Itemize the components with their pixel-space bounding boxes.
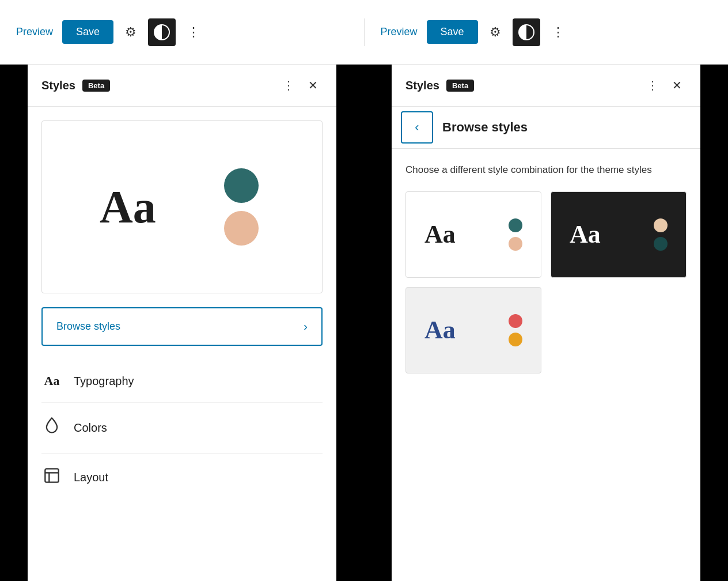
card-circle-red [509, 314, 522, 328]
chevron-left-icon: ‹ [415, 120, 419, 135]
style-card-light[interactable]: Aa [405, 191, 541, 278]
card-circle-teal-2 [654, 237, 668, 251]
more-button-left[interactable]: ⋮ [183, 20, 204, 44]
contrast-button-right[interactable] [513, 18, 540, 46]
right-toolbar-section: Preview Save ⚙ ⋮ [364, 18, 729, 46]
left-beta-badge: Beta [82, 80, 110, 92]
layout-item[interactable]: Layout [41, 454, 323, 501]
style-preview-card: Aa [41, 120, 323, 293]
preview-button-right[interactable]: Preview [378, 21, 420, 43]
card-aa-colorful: Aa [424, 315, 456, 345]
typography-icon: Aa [41, 373, 62, 388]
save-button-right[interactable]: Save [427, 20, 478, 44]
svg-rect-0 [45, 469, 58, 482]
left-panel-actions: ⋮ ✕ [278, 76, 323, 95]
card-circle-teal-1 [509, 218, 522, 232]
preview-aa-text: Aa [100, 181, 156, 233]
left-panel: Styles Beta ⋮ ✕ Aa Browse styles › Aa Ty… [28, 65, 336, 581]
gear-button-right[interactable]: ⚙ [485, 20, 506, 44]
browse-styles-label: Browse styles [56, 320, 120, 333]
save-button-left[interactable]: Save [62, 20, 113, 44]
layout-label: Layout [74, 471, 108, 484]
layout-icon [41, 467, 62, 488]
contrast-icon-right [518, 24, 534, 40]
browse-header-title: Browse styles [442, 120, 528, 135]
right-panel: Styles Beta ⋮ ✕ ‹ Browse styles Choose a… [392, 65, 700, 581]
right-panel-header: Styles Beta ⋮ ✕ [392, 65, 700, 107]
typography-item[interactable]: Aa Typography [41, 360, 323, 403]
typography-label: Typography [74, 375, 134, 388]
card-circles-colorful [509, 314, 522, 346]
main-toolbar: Preview Save ⚙ ⋮ Preview Save ⚙ ⋮ [0, 0, 728, 65]
right-beta-badge: Beta [446, 80, 474, 92]
card-circle-peach-1 [509, 237, 522, 251]
left-panel-more-button[interactable]: ⋮ [278, 76, 299, 95]
browse-header-row: ‹ Browse styles [392, 107, 700, 149]
browse-description: Choose a different style combination for… [392, 149, 700, 178]
black-strip-center [336, 65, 392, 581]
card-circle-peach-2 [654, 218, 668, 232]
style-card-colorful[interactable]: Aa [405, 287, 541, 373]
black-strip-right [700, 65, 728, 581]
gear-button-left[interactable]: ⚙ [120, 20, 141, 44]
circle-teal [224, 168, 259, 203]
back-button[interactable]: ‹ [401, 111, 433, 144]
contrast-button-left[interactable] [148, 18, 176, 46]
colors-label: Colors [74, 421, 107, 435]
card-circles-dark [654, 218, 668, 251]
preview-circles [224, 168, 259, 246]
style-items-list: Aa Typography Colors [28, 360, 336, 501]
black-strip-left [0, 65, 28, 581]
main-content: Styles Beta ⋮ ✕ Aa Browse styles › Aa Ty… [0, 65, 728, 581]
right-panel-more-button[interactable]: ⋮ [642, 76, 663, 95]
right-panel-close-button[interactable]: ✕ [668, 76, 687, 95]
right-panel-content: ‹ Browse styles Choose a different style… [392, 107, 700, 581]
colors-item[interactable]: Colors [41, 403, 323, 454]
card-circles-light [509, 218, 522, 251]
circle-peach [224, 211, 259, 246]
style-cards-grid: Aa Aa Aa [392, 178, 700, 387]
style-card-dark[interactable]: Aa [551, 191, 687, 278]
preview-button-left[interactable]: Preview [14, 21, 55, 43]
right-panel-actions: ⋮ ✕ [642, 76, 687, 95]
card-circle-orange [509, 333, 522, 346]
left-toolbar-section: Preview Save ⚙ ⋮ [0, 18, 364, 46]
browse-styles-button[interactable]: Browse styles › [41, 307, 323, 346]
more-button-right[interactable]: ⋮ [547, 20, 569, 44]
left-panel-header: Styles Beta ⋮ ✕ [28, 65, 336, 107]
left-panel-close-button[interactable]: ✕ [304, 76, 323, 95]
contrast-icon-left [154, 24, 170, 40]
droplet-icon [41, 417, 62, 439]
card-aa-dark: Aa [570, 220, 601, 249]
card-aa-light: Aa [424, 220, 456, 249]
left-panel-title: Styles [41, 79, 75, 92]
chevron-right-icon: › [304, 320, 308, 333]
right-panel-title: Styles [405, 79, 439, 92]
